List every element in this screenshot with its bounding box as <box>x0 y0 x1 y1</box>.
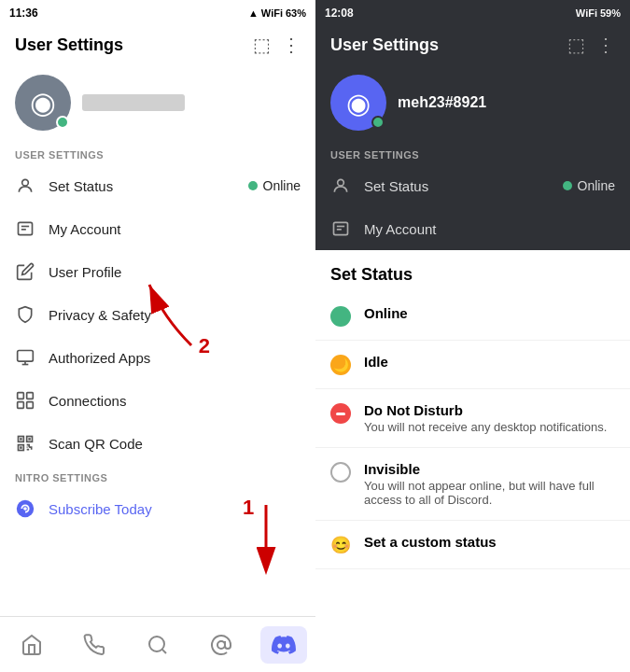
bottom-nav <box>0 616 315 672</box>
subscribe-icon <box>15 498 35 519</box>
user-profile-label: User Profile <box>49 264 301 280</box>
nav-call[interactable] <box>71 626 118 664</box>
invisible-label: Invisible <box>364 461 615 477</box>
dnd-status-icon <box>330 403 351 424</box>
left-panel: 11:36 ▲ WiFi 63% User Settings ⬚ ⋮ ◉ USE… <box>0 0 315 672</box>
status-bar-right: 12:08 WiFi 59% <box>315 0 630 26</box>
status-option-dnd[interactable]: Do Not Disturb You will not receive any … <box>315 389 630 448</box>
set-status-right-right: Online <box>563 178 615 193</box>
menu-item-set-status[interactable]: Set Status Online <box>0 164 315 207</box>
scan-qr-label: Scan QR Code <box>49 436 301 452</box>
custom-status-text: Set a custom status <box>364 534 497 550</box>
svg-rect-9 <box>18 402 24 409</box>
menu-item-my-account-right[interactable]: My Account <box>315 207 630 250</box>
menu-item-subscribe[interactable]: Subscribe Today <box>0 487 315 530</box>
header-right: User Settings ⬚ ⋮ <box>315 26 630 63</box>
authorized-apps-icon <box>15 347 35 368</box>
signal-icon: ▲ <box>248 7 259 19</box>
wifi-icon: WiFi <box>261 7 283 19</box>
my-account-icon-right <box>330 218 351 239</box>
profile-section-right: ◉ meh23#8921 <box>315 63 630 142</box>
nitro-settings-label: NITRO SETTINGS <box>0 465 315 487</box>
logout-icon-right[interactable]: ⬚ <box>567 34 585 56</box>
menu-item-privacy-safety[interactable]: Privacy & Safety <box>0 293 315 336</box>
svg-rect-14 <box>20 438 22 441</box>
idle-status-icon: 🌙 <box>330 355 351 375</box>
svg-point-18 <box>23 507 27 511</box>
set-status-icon-right <box>330 175 351 196</box>
subscribe-label: Subscribe Today <box>49 501 301 517</box>
my-account-label-right: My Account <box>364 221 615 237</box>
more-icon[interactable]: ⋮ <box>282 34 301 56</box>
idle-label: Idle <box>364 354 388 370</box>
privacy-safety-label: Privacy & Safety <box>49 307 301 323</box>
set-status-panel: Set Status Online 🌙 Idle Do Not Disturb <box>315 250 630 672</box>
discord-logo-left: ◉ <box>30 85 56 120</box>
idle-status-text: Idle <box>364 354 388 370</box>
menu-item-authorized-apps[interactable]: Authorized Apps <box>0 336 315 379</box>
discord-logo-right: ◉ <box>346 87 371 119</box>
menu-item-connections[interactable]: Connections <box>0 379 315 422</box>
invisible-desc: You will not appear online, but will hav… <box>364 479 615 507</box>
header-icons-right: ⬚ ⋮ <box>567 34 615 56</box>
menu-item-user-profile[interactable]: User Profile <box>0 250 315 293</box>
status-icons-right: WiFi 59% <box>576 7 621 19</box>
online-label: Online <box>364 305 408 321</box>
online-text-left: Online <box>263 178 301 193</box>
set-status-label-right: Set Status <box>364 178 550 194</box>
online-status-icon <box>330 306 351 327</box>
user-settings-label-left: USER SETTINGS <box>0 142 315 164</box>
nav-mention[interactable] <box>198 626 245 664</box>
user-profile-icon <box>15 261 35 282</box>
online-dot-right <box>563 181 572 190</box>
wifi-icon-right: WiFi <box>576 7 597 19</box>
avatar-container-right: ◉ <box>330 75 386 131</box>
time-right: 12:08 <box>325 7 354 20</box>
nav-discord[interactable] <box>260 626 307 664</box>
online-text-right: Online <box>578 178 615 193</box>
username-right: meh23#8921 <box>398 94 486 111</box>
online-dot-left <box>248 181 258 190</box>
connections-label: Connections <box>49 393 301 409</box>
more-icon-right[interactable]: ⋮ <box>596 34 615 56</box>
menu-item-my-account[interactable]: My Account <box>0 207 315 250</box>
status-option-idle[interactable]: 🌙 Idle <box>315 341 630 389</box>
authorized-apps-label: Authorized Apps <box>49 350 301 366</box>
status-option-custom[interactable]: 😊 Set a custom status <box>315 521 630 569</box>
set-status-icon <box>15 175 35 196</box>
svg-point-21 <box>149 637 164 651</box>
svg-point-24 <box>338 179 344 186</box>
status-icons-left: ▲ WiFi 63% <box>248 7 306 19</box>
menu-item-set-status-right[interactable]: Set Status Online <box>315 164 630 207</box>
status-bar-left: 11:36 ▲ WiFi 63% <box>0 0 315 26</box>
status-option-online[interactable]: Online <box>315 292 630 341</box>
battery-left: 63% <box>286 7 306 19</box>
my-account-icon <box>15 218 35 239</box>
nav-home[interactable] <box>8 626 55 664</box>
svg-rect-15 <box>28 438 31 441</box>
avatar-status-left <box>56 116 69 129</box>
online-status-text: Online <box>364 305 408 321</box>
svg-rect-10 <box>27 402 34 409</box>
profile-section-left: ◉ <box>0 63 315 142</box>
nav-search[interactable] <box>134 626 181 664</box>
right-panel: 12:08 WiFi 59% User Settings ⬚ ⋮ ◉ meh23… <box>315 0 630 672</box>
svg-rect-8 <box>27 393 34 399</box>
custom-label: Set a custom status <box>364 534 497 550</box>
menu-item-scan-qr[interactable]: Scan QR Code <box>0 422 315 465</box>
status-option-invisible[interactable]: Invisible You will not appear online, bu… <box>315 448 630 521</box>
user-settings-label-right: USER SETTINGS <box>315 142 630 164</box>
svg-line-22 <box>162 649 166 652</box>
battery-right: 59% <box>600 7 621 19</box>
set-status-label: Set Status <box>49 178 235 194</box>
time-left: 11:36 <box>9 7 38 20</box>
dnd-status-text: Do Not Disturb You will not receive any … <box>364 402 607 434</box>
dnd-label: Do Not Disturb <box>364 402 607 418</box>
invisible-status-text: Invisible You will not appear online, bu… <box>364 461 615 507</box>
dnd-desc: You will not receive any desktop notific… <box>364 420 607 434</box>
page-title-right: User Settings <box>330 35 439 55</box>
invisible-status-icon <box>330 462 351 483</box>
avatar-status-right <box>371 116 385 129</box>
logout-icon[interactable]: ⬚ <box>253 34 271 56</box>
custom-status-icon: 😊 <box>330 535 351 555</box>
